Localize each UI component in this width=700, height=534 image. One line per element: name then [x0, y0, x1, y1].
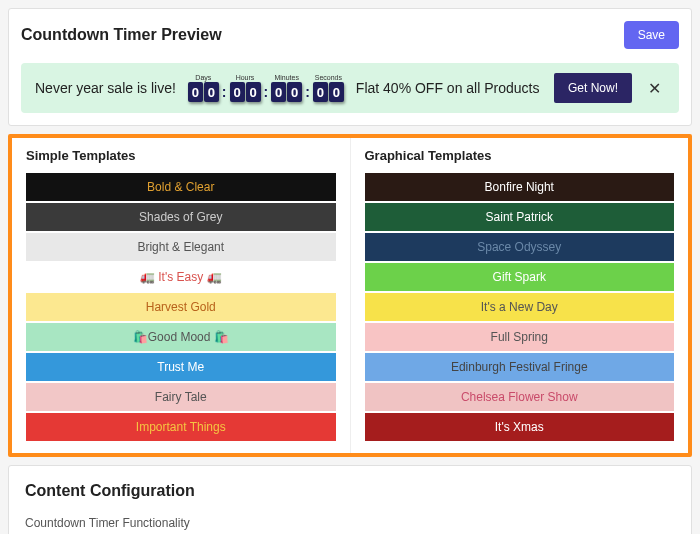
simple-template-row[interactable]: Important Things: [26, 413, 336, 441]
timer-pair: Seconds00: [313, 74, 344, 102]
simple-template-row[interactable]: Shades of Grey: [26, 203, 336, 231]
simple-template-row[interactable]: Bold & Clear: [26, 173, 336, 201]
graphical-template-row[interactable]: Space Odyssey: [365, 233, 675, 261]
timer-digits: 00: [313, 82, 344, 102]
timer-pair: Hours00: [230, 74, 261, 102]
timer-pair: Days00: [188, 74, 219, 102]
simple-template-row[interactable]: Harvest Gold: [26, 293, 336, 321]
save-button[interactable]: Save: [624, 21, 679, 49]
graphical-template-row[interactable]: Bonfire Night: [365, 173, 675, 201]
timer-digit: 0: [204, 82, 219, 102]
simple-templates-title: Simple Templates: [26, 148, 336, 163]
timer-group: Days00:Hours00:Minutes00:Seconds00: [188, 74, 344, 102]
simple-template-row[interactable]: Fairy Tale: [26, 383, 336, 411]
timer-label: Seconds: [315, 74, 342, 81]
graphical-template-row[interactable]: Chelsea Flower Show: [365, 383, 675, 411]
templates-card: Simple Templates Bold & ClearShades of G…: [8, 134, 692, 457]
timer-digit: 0: [188, 82, 203, 102]
graphical-template-row[interactable]: Gift Spark: [365, 263, 675, 291]
close-icon[interactable]: ✕: [644, 79, 665, 98]
graphical-template-row[interactable]: It's a New Day: [365, 293, 675, 321]
timer-label: Hours: [236, 74, 255, 81]
content-card: Content Configuration Countdown Timer Fu…: [8, 465, 692, 534]
timer-label: Minutes: [274, 74, 299, 81]
timer-colon: :: [304, 84, 311, 100]
timer-digits: 00: [230, 82, 261, 102]
graphical-templates-title: Graphical Templates: [365, 148, 675, 163]
timer-colon: :: [221, 84, 228, 100]
timer-digits: 00: [188, 82, 219, 102]
graphical-template-row[interactable]: Edinburgh Festival Fringe: [365, 353, 675, 381]
functionality-label: Countdown Timer Functionality: [25, 516, 675, 530]
timer-colon: :: [263, 84, 270, 100]
get-now-button[interactable]: Get Now!: [554, 73, 632, 103]
timer-pair: Minutes00: [271, 74, 302, 102]
timer-digit: 0: [287, 82, 302, 102]
timer-digit: 0: [246, 82, 261, 102]
graphical-template-row[interactable]: It's Xmas: [365, 413, 675, 441]
simple-template-row[interactable]: Bright & Elegant: [26, 233, 336, 261]
timer-digit: 0: [230, 82, 245, 102]
graphical-template-row[interactable]: Full Spring: [365, 323, 675, 351]
simple-templates-col: Simple Templates Bold & ClearShades of G…: [12, 138, 351, 453]
preview-card: Countdown Timer Preview Save Never year …: [8, 8, 692, 126]
content-title: Content Configuration: [25, 482, 675, 500]
graphical-template-row[interactable]: Saint Patrick: [365, 203, 675, 231]
preview-title: Countdown Timer Preview: [21, 26, 222, 44]
timer-digits: 00: [271, 82, 302, 102]
timer-digit: 0: [329, 82, 344, 102]
graphical-templates-list: Bonfire NightSaint PatrickSpace OdysseyG…: [365, 173, 675, 441]
timer-label: Days: [195, 74, 211, 81]
timer-digit: 0: [271, 82, 286, 102]
graphical-templates-col: Graphical Templates Bonfire NightSaint P…: [351, 138, 689, 453]
simple-template-row[interactable]: 🛍️Good Mood 🛍️: [26, 323, 336, 351]
countdown-banner: Never year sale is live! Days00:Hours00:…: [21, 63, 679, 113]
banner-text-left: Never year sale is live!: [35, 80, 176, 96]
simple-template-row[interactable]: 🚛 It's Easy 🚛: [26, 263, 336, 291]
timer-digit: 0: [313, 82, 328, 102]
simple-template-row[interactable]: Trust Me: [26, 353, 336, 381]
preview-header: Countdown Timer Preview Save: [21, 21, 679, 49]
simple-templates-list: Bold & ClearShades of GreyBright & Elega…: [26, 173, 336, 441]
banner-text-right: Flat 40% OFF on all Products: [356, 80, 540, 96]
